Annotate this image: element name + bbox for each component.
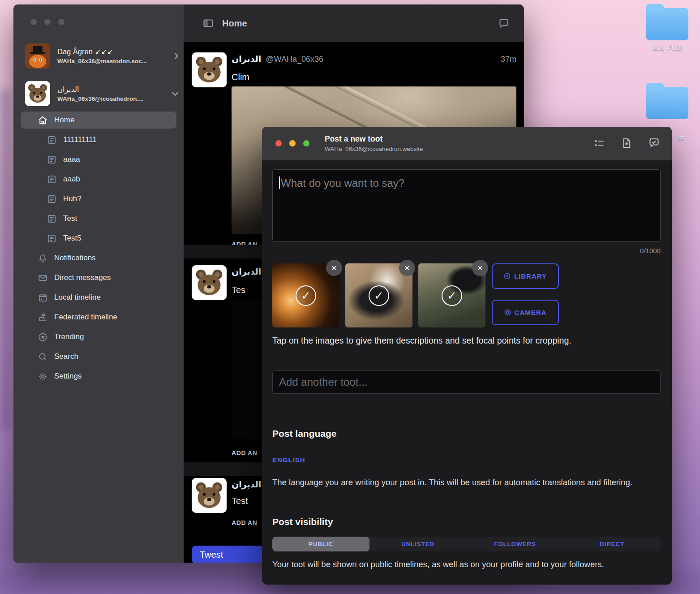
sidebar-item-settings[interactable]: Settings — [13, 366, 184, 386]
list-icon — [47, 194, 57, 204]
account-name: Dag Ågren ↙↙↙ — [57, 47, 173, 56]
language-description: The language you are writing your post i… — [272, 476, 664, 488]
post-handle: @WAHa_06x36 — [266, 55, 323, 64]
home-icon — [38, 115, 48, 125]
list-icon — [47, 135, 57, 145]
visibility-segmented-control: PUBLIC UNLISTED FOLLOWERS DIRECT — [272, 537, 661, 551]
remove-attachment-button[interactable]: × — [472, 260, 488, 276]
timeline-title: Home — [222, 18, 247, 29]
post-footer-button[interactable]: ADD AN — [232, 519, 258, 526]
folder-zip-label: IP — [678, 134, 684, 142]
list-icon — [47, 233, 57, 244]
circle-plus-icon — [504, 273, 511, 280]
post-language-heading: Post language — [272, 428, 337, 439]
minimize-window-button[interactable] — [289, 140, 296, 146]
add-document-icon[interactable] — [621, 137, 633, 149]
toot-text-area[interactable]: What do you want to say? — [272, 169, 661, 242]
chat-check-icon[interactable] — [648, 137, 660, 149]
visibility-description: Your toot will be shown on public timeli… — [272, 558, 664, 570]
building-flag-icon — [38, 312, 48, 323]
dialog-titlebar: Post a new toot WAHa_06x36@icosahedron.w… — [262, 127, 672, 160]
post-author: الدبران — [232, 54, 261, 64]
account-handle: WAHa_06x36@mastodon.soc... — [57, 58, 173, 65]
sidebar-item-list-aaab[interactable]: aaab — [13, 169, 184, 189]
desktop-shadow — [0, 90, 12, 430]
sidebar-nav: Home 111111111 aaaa aaab Huh? Test Test5… — [13, 110, 184, 386]
character-counter: 0/1000 — [640, 247, 661, 254]
text-cursor — [279, 176, 280, 189]
camera-button[interactable]: CAMERA — [492, 300, 559, 325]
sidebar-item-local-timeline[interactable]: Local timeline — [13, 288, 184, 307]
bell-icon — [38, 253, 48, 263]
post-time: 37m — [501, 55, 516, 64]
avatar[interactable] — [192, 265, 227, 300]
add-another-placeholder: Add another toot... — [279, 376, 367, 388]
sidebar-item-list-huh[interactable]: Huh? — [13, 189, 184, 209]
visibility-option-direct[interactable]: DIRECT — [563, 537, 661, 551]
gear-icon — [38, 371, 48, 382]
check-circle-icon[interactable]: ✓ — [369, 285, 389, 306]
account-name: الدبران — [57, 85, 173, 94]
composer-placeholder: What do you want to say? — [281, 177, 404, 189]
remove-attachment-button[interactable]: × — [326, 260, 342, 276]
avatar — [25, 81, 50, 106]
sidebar-item-list-test[interactable]: Test — [13, 209, 184, 228]
list-icon — [47, 214, 57, 224]
remove-attachment-button[interactable]: × — [399, 260, 415, 276]
account-icosahedron[interactable]: الدبران WAHa_06x36@icosahedron.... — [25, 80, 177, 108]
check-circle-icon[interactable]: ✓ — [296, 285, 316, 306]
zoom-window-button[interactable] — [58, 19, 64, 25]
avatar[interactable] — [192, 478, 227, 513]
sidebar-item-list-aaaa[interactable]: aaaa — [13, 150, 184, 169]
list-icon — [47, 174, 57, 185]
chat-bubble-icon[interactable] — [498, 18, 510, 30]
attachment-cat-photo[interactable]: ✓ × — [345, 263, 412, 327]
sidebar-item-home[interactable]: Home — [13, 110, 184, 130]
window-controls[interactable] — [275, 140, 309, 148]
circle-plus-icon — [504, 309, 511, 316]
close-window-button[interactable] — [30, 19, 37, 25]
attachment-bed-cat-photo[interactable]: ✓ × — [418, 263, 485, 327]
sidebar-item-list-test5[interactable]: Test5 — [13, 228, 184, 248]
timeline-titlebar: Home — [184, 4, 524, 43]
sidebar-item-notifications[interactable]: Notifications — [13, 248, 184, 268]
avatar[interactable] — [192, 52, 227, 87]
attachments-hint: Tap on the images to give them descripti… — [272, 336, 666, 346]
dialog-title: Post a new toot — [325, 134, 382, 144]
account-mastodon-social[interactable]: Dag Ågren ↙↙↙ WAHa_06x36@mastodon.soc... — [25, 42, 177, 70]
visibility-option-followers[interactable]: FOLLOWERS — [467, 537, 564, 551]
post-visibility-heading: Post visibility — [272, 517, 333, 527]
sidebar-item-list-111111111[interactable]: 111111111 — [13, 130, 184, 150]
envelope-icon — [38, 273, 48, 283]
sidebar-item-trending[interactable]: Trending — [13, 327, 184, 347]
options-list-icon[interactable] — [593, 137, 606, 149]
folder-icon — [646, 8, 688, 40]
library-button[interactable]: LIBRARY — [492, 263, 559, 289]
sidebar-item-search[interactable]: Search — [13, 347, 184, 366]
language-selector[interactable]: ENGLISH — [272, 456, 305, 464]
close-window-button[interactable] — [275, 140, 282, 146]
visibility-option-public[interactable]: PUBLIC — [272, 537, 369, 551]
chevron-down-icon — [172, 90, 178, 96]
zoom-window-button[interactable] — [303, 140, 309, 146]
folder-label: 101_FUJI — [640, 44, 694, 52]
star-circle-icon — [38, 332, 48, 342]
list-icon — [47, 155, 57, 165]
calendar-icon — [38, 293, 48, 303]
folder-101-fuji[interactable]: 101_FUJI — [640, 4, 694, 52]
add-another-toot-input[interactable]: Add another toot... — [272, 370, 661, 394]
check-circle-icon[interactable]: ✓ — [442, 285, 462, 306]
minimize-window-button[interactable] — [44, 19, 51, 25]
post-footer-button[interactable]: ADD AN — [232, 449, 258, 456]
post-author: الدبران — [232, 267, 261, 277]
post-text: Test — [232, 496, 248, 506]
sidebar-item-direct-messages[interactable]: Direct messages — [13, 268, 184, 288]
folder-zip[interactable] — [640, 82, 694, 119]
attachment-fireplace-photo[interactable]: ✓ × — [272, 263, 339, 327]
post-author: الدبران — [232, 479, 261, 490]
sidebar-toggle-icon[interactable] — [202, 17, 214, 29]
visibility-option-unlisted[interactable]: UNLISTED — [369, 537, 467, 551]
window-controls[interactable] — [30, 19, 64, 27]
post-text: Clim — [232, 72, 249, 82]
sidebar-item-federated-timeline[interactable]: Federated timeline — [13, 307, 184, 327]
